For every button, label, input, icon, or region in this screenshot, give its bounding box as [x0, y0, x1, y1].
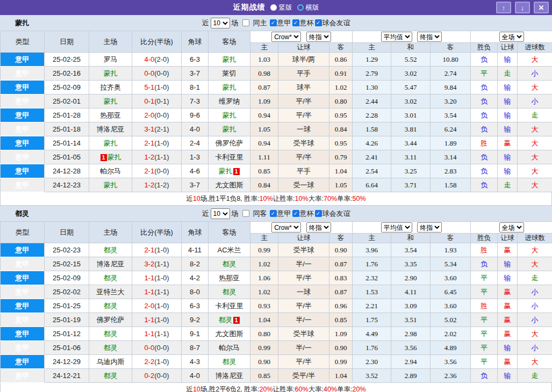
- competition-checkbox[interactable]: [315, 210, 322, 217]
- euro-mode-select[interactable]: 平均值: [381, 32, 412, 42]
- competition-checkbox[interactable]: [270, 210, 277, 217]
- corner-cell: 4-0: [182, 122, 209, 136]
- table-row: 意甲 25-01-18 博洛尼亚 3-1(2-1) 4-0 蒙扎 1.05 一球…: [1, 122, 552, 136]
- competition-checkbox[interactable]: [270, 19, 277, 26]
- league-cell: 意甲: [1, 257, 45, 271]
- home-team-cell: 蒙扎: [89, 178, 132, 192]
- score-cell: 5-1(1-0): [132, 81, 182, 95]
- euro-away-odds: 1.93: [431, 243, 471, 257]
- score-cell: 2-2(1-0): [132, 355, 182, 369]
- handicap-home-odds: 0.85: [250, 164, 278, 178]
- table-row: 意甲 25-02-15 博洛尼亚 3-2(1-1) 8-2 都灵 1.02 半/…: [1, 257, 552, 271]
- scope-select[interactable]: 全场: [499, 32, 524, 42]
- radio-unselected-icon: [297, 4, 304, 11]
- date-cell: 24-12-28: [45, 164, 89, 178]
- layout-vertical-radio[interactable]: 竖版: [270, 3, 292, 12]
- layout-horizontal-radio[interactable]: 横版: [297, 3, 319, 12]
- competition-filter[interactable]: 意杯: [291, 18, 314, 28]
- summary-segment: 场,胜1平1负8, 胜率:: [200, 194, 260, 204]
- competition-filter[interactable]: 意甲: [269, 209, 291, 219]
- euro-index-select[interactable]: 终指: [417, 32, 442, 42]
- competition-filter[interactable]: 意杯: [291, 209, 314, 219]
- handicap-home-odds: 0.84: [250, 178, 278, 192]
- competition-filters: 意甲意杯球会友谊: [269, 18, 350, 28]
- euro-away-odds: 2.36: [431, 369, 471, 383]
- handicap-away-odds: 0.83: [329, 271, 353, 285]
- scope-dropdowns: 全场: [471, 222, 552, 234]
- move-up-button[interactable]: ↑: [496, 2, 511, 13]
- close-button[interactable]: ✕: [534, 2, 549, 13]
- col-type: 类型: [1, 31, 45, 53]
- away-team-cell: 蒙扎: [209, 108, 250, 122]
- away-team-cell: 博洛尼亚: [209, 369, 250, 383]
- match-result: 平: [471, 327, 498, 341]
- team-label: 莱切: [223, 69, 236, 77]
- away-team-cell: 热那亚: [209, 271, 250, 285]
- col-euro-draw: 和: [391, 234, 431, 243]
- handicap-index-select[interactable]: 终指: [306, 32, 331, 42]
- up-arrow-icon: ↑: [502, 4, 506, 11]
- euro-dropdowns: 平均值 终指: [353, 31, 471, 43]
- score-cell: 1-2(1-2): [132, 178, 182, 192]
- competition-filter[interactable]: 意甲: [269, 18, 291, 28]
- home-team-cell: 都灵: [89, 299, 132, 313]
- league-cell: 意甲: [1, 341, 45, 355]
- match-result: 负: [471, 150, 498, 164]
- sections-container: 蒙扎 近 10 场 同主 意甲意杯球会友谊 类型 日期 主场: [0, 15, 552, 392]
- corner-cell: 3-7: [182, 67, 209, 81]
- col-euro-away: 客: [431, 234, 471, 243]
- col-date: 日期: [45, 31, 89, 53]
- col-handicap-away: 客: [329, 43, 353, 53]
- competition-checkbox[interactable]: [315, 19, 322, 26]
- handicap-away-odds: 1.09: [329, 327, 353, 341]
- handicap-result: 输: [498, 81, 518, 95]
- bookmaker-select[interactable]: Crow*: [271, 32, 301, 42]
- euro-home-odds: 4.49: [353, 327, 391, 341]
- match-result: 负: [471, 53, 498, 67]
- col-corner: 角球: [182, 31, 209, 53]
- handicap-result: 输: [498, 271, 518, 285]
- goals-result: 大: [518, 122, 552, 136]
- radio-selected-icon: [270, 4, 277, 11]
- recent-count-select[interactable]: 10: [211, 18, 230, 28]
- score-cell: 1-1(1-0): [132, 271, 182, 285]
- euro-mode-select[interactable]: 平均值: [381, 222, 412, 233]
- scope-checkbox[interactable]: [242, 210, 249, 217]
- col-away: 客场: [209, 31, 250, 53]
- euro-draw-odds: 3.54: [391, 243, 431, 257]
- handicap-result: 赢: [498, 313, 518, 327]
- competition-filter[interactable]: 球会友谊: [314, 18, 350, 28]
- summary-segment: 单率:: [337, 385, 352, 392]
- home-team-cell: 都灵: [89, 271, 132, 285]
- red-card-badge: 1: [233, 168, 240, 175]
- handicap-result: 赢: [498, 327, 518, 341]
- away-team-cell: 都灵: [209, 285, 250, 299]
- league-cell: 意甲: [1, 53, 45, 67]
- bookmaker-select[interactable]: Crow*: [271, 222, 301, 233]
- euro-away-odds: 10.80: [431, 53, 471, 67]
- col-handicap-result: 让球: [498, 234, 518, 243]
- goals-result: 走: [518, 108, 552, 122]
- euro-away-odds: 3.54: [431, 108, 471, 122]
- halftime-score: (1-0): [154, 316, 169, 324]
- euro-away-odds: 2.83: [431, 164, 471, 178]
- team-label: 蒙扎: [223, 83, 236, 91]
- col-handicap-result: 让球: [498, 43, 518, 53]
- competition-checkbox[interactable]: [292, 210, 299, 217]
- scope-select[interactable]: 全场: [499, 222, 524, 233]
- match-rows: 意甲 25-02-25 罗马 4-0(2-0) 6-3 蒙扎 1.03 球半/两…: [1, 53, 552, 192]
- scope-checkbox[interactable]: [242, 19, 249, 26]
- handicap-home-odds: 0.80: [250, 327, 278, 341]
- competition-checkbox[interactable]: [292, 19, 299, 26]
- move-down-button[interactable]: ↓: [515, 2, 530, 13]
- goals-result: 小: [518, 95, 552, 108]
- recent-count-select[interactable]: 10: [211, 208, 230, 219]
- handicap-line: 平/半: [278, 95, 329, 108]
- team-label: 蒙扎: [223, 111, 236, 119]
- competition-filter[interactable]: 球会友谊: [314, 209, 350, 219]
- euro-home-odds: 2.32: [353, 271, 391, 285]
- euro-index-select[interactable]: 终指: [417, 222, 442, 233]
- handicap-result: 赢: [498, 299, 518, 313]
- team-label: 佛罗伦萨: [216, 139, 243, 147]
- handicap-index-select[interactable]: 终指: [306, 222, 331, 233]
